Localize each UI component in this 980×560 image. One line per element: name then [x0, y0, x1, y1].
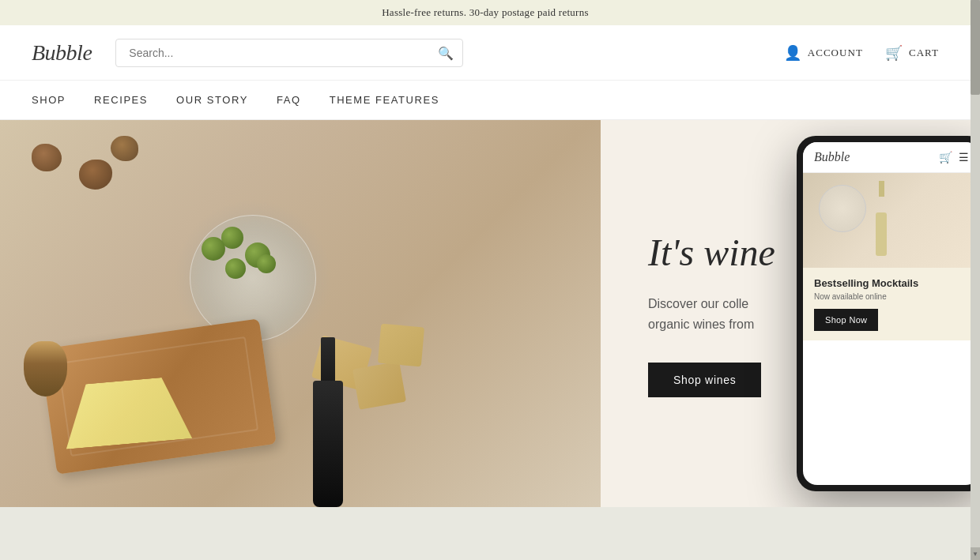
cracker-2	[352, 361, 406, 410]
mobile-cart-icon: 🛒	[939, 151, 952, 164]
mobile-shop-now-button[interactable]: Shop Now	[814, 309, 878, 331]
cart-label: CART	[909, 47, 939, 59]
hero-subtitle-line2: organic wines from	[648, 318, 754, 331]
nav-bar: SHOP RECIPES OUR STORY FAQ THEME FEATURE…	[0, 81, 971, 120]
nav-item-theme-features[interactable]: THEME FEATURES	[330, 91, 439, 109]
mobile-header: Bubble 🛒 ☰	[803, 142, 971, 173]
search-container: 🔍	[115, 39, 463, 67]
walnut-3	[111, 136, 138, 161]
account-icon: 👤	[784, 44, 802, 62]
header: Bubble 🔍 👤 ACCOUNT 🛒 CART	[0, 25, 971, 81]
page-wrapper: Hassle-free returns. 30-day postage paid…	[0, 0, 980, 560]
search-input[interactable]	[115, 39, 463, 67]
bottle-neck	[321, 337, 335, 385]
shop-wines-button[interactable]: Shop wines	[648, 363, 761, 397]
mobile-plate	[819, 185, 866, 232]
mobile-logo: Bubble	[814, 150, 850, 164]
mobile-small-bottle-neck	[879, 181, 884, 197]
hero-subtitle-line1: Discover our colle	[648, 297, 748, 310]
olive-5	[257, 254, 276, 273]
mobile-food-image	[803, 173, 971, 268]
fig	[24, 341, 67, 397]
food-scene	[0, 120, 601, 507]
hero-section: It's wine Discover our colle organic win…	[0, 120, 971, 507]
announcement-text: Hassle-free returns. 30-day postage paid…	[382, 6, 589, 18]
olive-3	[225, 258, 246, 279]
walnut-2	[79, 160, 112, 190]
wine-bottle	[308, 333, 348, 507]
announcement-bar: Hassle-free returns. 30-day postage paid…	[0, 0, 971, 25]
scrollbar-thumb[interactable]	[971, 0, 980, 95]
mobile-menu-icon: ☰	[959, 151, 969, 164]
mobile-icons: 🛒 ☰	[939, 151, 969, 164]
walnut-1	[32, 144, 62, 171]
cart-icon: 🛒	[885, 44, 903, 62]
mobile-section-title: Bestselling Mocktails	[814, 277, 969, 289]
mobile-mockup: Bubble 🛒 ☰	[797, 136, 971, 491]
nav-item-recipes[interactable]: RECIPES	[94, 91, 148, 109]
logo[interactable]: Bubble	[32, 40, 92, 66]
hero-background	[0, 120, 601, 507]
mobile-section: Bestselling Mocktails Now available onli…	[803, 268, 971, 340]
bottle-body	[313, 381, 343, 507]
mobile-bottle	[874, 181, 888, 244]
nav-item-our-story[interactable]: OUR STORY	[176, 91, 248, 109]
olive-4	[202, 237, 225, 261]
main-content: Hassle-free returns. 30-day postage paid…	[0, 0, 971, 560]
scrollbar[interactable]: ▲ ▼	[971, 0, 980, 560]
nav-item-shop[interactable]: SHOP	[32, 91, 66, 109]
header-right: 👤 ACCOUNT 🛒 CART	[784, 44, 939, 62]
mobile-small-bottle-body	[876, 212, 887, 256]
search-icon[interactable]: 🔍	[438, 45, 454, 60]
account-button[interactable]: 👤 ACCOUNT	[784, 44, 863, 62]
scrollbar-arrow-down[interactable]: ▼	[971, 547, 980, 560]
cart-button[interactable]: 🛒 CART	[885, 44, 939, 62]
cracker-3	[378, 324, 424, 367]
hero-title-text: It's wine	[648, 231, 775, 273]
hero-text-area: It's wine Discover our colle organic win…	[601, 120, 971, 507]
mobile-section-subtitle: Now available online	[814, 292, 969, 301]
account-label: ACCOUNT	[808, 47, 863, 59]
nav-item-faq[interactable]: FAQ	[277, 91, 301, 109]
mobile-screen: Bubble 🛒 ☰	[803, 142, 971, 485]
